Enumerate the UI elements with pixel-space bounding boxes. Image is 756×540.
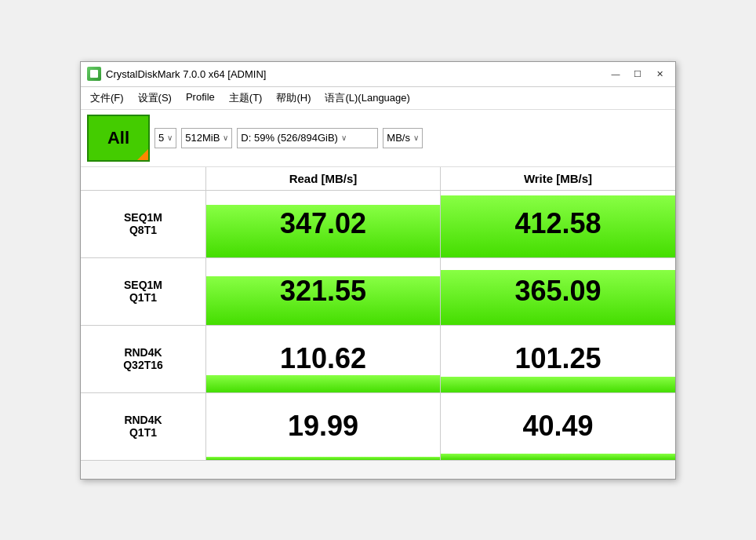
row3-read-bar <box>206 457 440 459</box>
count-value: 5 <box>158 132 164 144</box>
header-write: Write [MB/s] <box>441 167 675 190</box>
row1-label: SEQ1M Q1T1 <box>81 258 206 325</box>
close-button[interactable]: ✕ <box>650 66 669 82</box>
size-arrow: ∨ <box>223 133 228 142</box>
table-row: SEQ1M Q1T1 321.55 365.09 <box>81 258 675 326</box>
menu-language[interactable]: 语言(L)(Language) <box>318 89 416 108</box>
title-bar: CrystalDiskMark 7.0.0 x64 [ADMIN] — ☐ ✕ <box>81 62 675 87</box>
table-row: RND4K Q1T1 19.99 40.49 <box>81 393 675 460</box>
window-controls: — ☐ ✕ <box>606 66 669 82</box>
menu-bar: 文件(F) 设置(S) Profile 主题(T) 帮助(H) 语言(L)(La… <box>81 87 675 110</box>
menu-theme[interactable]: 主题(T) <box>223 89 269 108</box>
row0-write-cell: 412.58 <box>441 191 675 257</box>
row3-write-bar <box>441 454 675 460</box>
row2-label: RND4K Q32T16 <box>81 326 206 392</box>
drive-arrow: ∨ <box>341 133 347 142</box>
unit-arrow: ∨ <box>413 133 419 142</box>
menu-profile[interactable]: Profile <box>180 89 221 108</box>
count-select[interactable]: 5 ∨ <box>154 128 176 148</box>
minimize-button[interactable]: — <box>606 66 625 82</box>
title-bar-left: CrystalDiskMark 7.0.0 x64 [ADMIN] <box>87 67 266 81</box>
row3-write-cell: 40.49 <box>441 393 675 460</box>
menu-file[interactable]: 文件(F) <box>84 89 130 108</box>
results-table: Read [MB/s] Write [MB/s] SEQ1M Q8T1 347.… <box>81 167 675 460</box>
row2-read-value: 110.62 <box>280 342 366 375</box>
row0-read-cell: 347.02 <box>206 191 441 257</box>
count-arrow: ∨ <box>167 133 173 142</box>
status-bar <box>81 460 675 479</box>
header-label-cell <box>81 167 206 190</box>
row3-read-cell: 19.99 <box>206 393 441 460</box>
row3-read-value: 19.99 <box>288 410 358 443</box>
row0-write-value: 412.58 <box>514 207 601 240</box>
row2-write-value: 101.25 <box>514 342 601 375</box>
row1-read-value: 321.55 <box>280 275 366 308</box>
row2-write-bar <box>441 377 675 392</box>
toolbar: All 5 ∨ 512MiB ∨ D: 59% (526/894GiB) ∨ M… <box>81 110 675 167</box>
row0-label: SEQ1M Q8T1 <box>81 191 206 257</box>
main-window: CrystalDiskMark 7.0.0 x64 [ADMIN] — ☐ ✕ … <box>80 61 676 480</box>
unit-value: MB/s <box>387 132 410 144</box>
window-title: CrystalDiskMark 7.0.0 x64 [ADMIN] <box>106 68 266 80</box>
app-icon <box>87 67 101 81</box>
row3-write-value: 40.49 <box>522 410 593 443</box>
drive-select[interactable]: D: 59% (526/894GiB) ∨ <box>237 128 378 148</box>
row1-read-cell: 321.55 <box>206 258 441 325</box>
maximize-button[interactable]: ☐ <box>628 66 647 82</box>
row0-read-value: 347.02 <box>280 207 366 240</box>
row1-write-cell: 365.09 <box>441 258 675 325</box>
row3-label: RND4K Q1T1 <box>81 393 206 460</box>
size-value: 512MiB <box>185 132 220 144</box>
size-select[interactable]: 512MiB ∨ <box>181 128 232 148</box>
menu-help[interactable]: 帮助(H) <box>270 89 317 108</box>
unit-select[interactable]: MB/s ∨ <box>383 128 423 148</box>
header-read: Read [MB/s] <box>206 167 441 190</box>
row1-write-value: 365.09 <box>514 275 601 308</box>
table-header-row: Read [MB/s] Write [MB/s] <box>81 167 675 191</box>
row2-read-bar <box>206 375 440 392</box>
all-button[interactable]: All <box>87 115 150 162</box>
row2-read-cell: 110.62 <box>206 326 441 392</box>
table-row: RND4K Q32T16 110.62 101.25 <box>81 326 675 393</box>
row2-write-cell: 101.25 <box>441 326 675 392</box>
drive-value: D: 59% (526/894GiB) <box>241 132 338 144</box>
table-row: SEQ1M Q8T1 347.02 412.58 <box>81 191 675 258</box>
menu-settings[interactable]: 设置(S) <box>132 89 178 108</box>
